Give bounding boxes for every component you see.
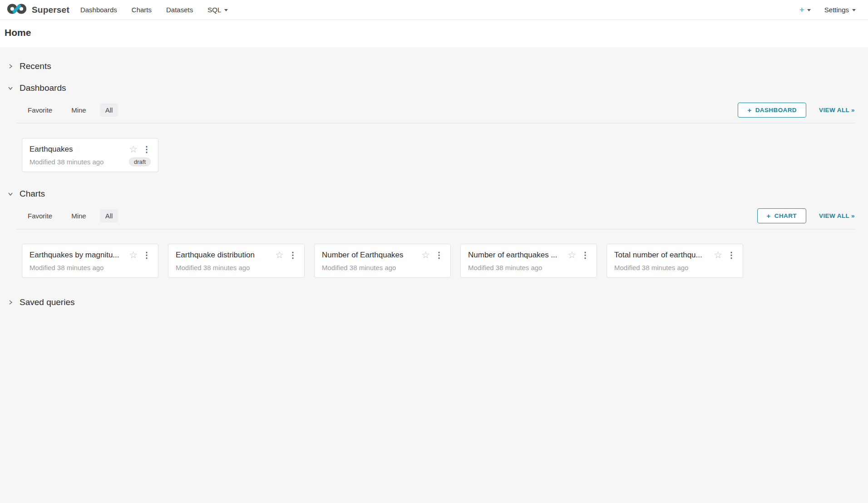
kebab-menu-icon[interactable]: ⋮ — [435, 251, 443, 259]
card-title[interactable]: Earthquake distribution — [176, 251, 271, 260]
nav-item-datasets[interactable]: Datasets — [159, 0, 200, 20]
nav-item-dashboards[interactable]: Dashboards — [73, 0, 124, 20]
card-title[interactable]: Earthquakes — [30, 145, 125, 154]
section-dashboards: Dashboards Favorite Mine All + DASHBOARD… — [7, 80, 855, 172]
star-icon[interactable]: ☆ — [567, 250, 576, 260]
chart-card[interactable]: Number of Earthquakes ☆ ⋮ Modified 38 mi… — [314, 244, 451, 278]
brand-name: Superset — [32, 5, 69, 15]
chart-card[interactable]: Total number of earthqu... ☆ ⋮ Modified … — [607, 244, 743, 278]
view-all-charts-link[interactable]: VIEW ALL » — [819, 212, 855, 219]
tab-favorite[interactable]: Favorite — [22, 209, 58, 222]
tab-mine[interactable]: Mine — [66, 209, 92, 222]
caret-down-icon — [224, 9, 228, 11]
dashboard-card[interactable]: Earthquakes ☆ ⋮ Modified 38 minutes ago … — [22, 138, 158, 172]
new-dashboard-button[interactable]: + DASHBOARD — [738, 103, 806, 118]
chevron-right-icon — [7, 63, 14, 69]
nav-item-label: SQL — [207, 6, 221, 14]
dashboards-actions: + DASHBOARD VIEW ALL » — [738, 103, 855, 118]
caret-down-icon — [807, 9, 811, 11]
kebab-menu-icon[interactable]: ⋮ — [727, 251, 735, 259]
nav-item-sql[interactable]: SQL — [200, 0, 235, 20]
section-title: Saved queries — [20, 297, 74, 307]
plus-icon: + — [767, 212, 771, 220]
kebab-menu-icon[interactable]: ⋮ — [143, 145, 151, 153]
chart-card[interactable]: Number of earthquakes ... ☆ ⋮ Modified 3… — [460, 244, 597, 278]
charts-toolbar: Favorite Mine All + CHART VIEW ALL » — [7, 208, 855, 223]
chevron-down-icon — [7, 191, 14, 197]
section-header-charts[interactable]: Charts — [7, 186, 855, 202]
card-modified: Modified 38 minutes ago — [176, 264, 297, 271]
page-title: Home — [5, 27, 861, 38]
charts-actions: + CHART VIEW ALL » — [757, 208, 855, 223]
star-icon[interactable]: ☆ — [129, 144, 138, 154]
section-header-recents[interactable]: Recents — [7, 58, 855, 74]
nav-item-label: Datasets — [166, 6, 193, 14]
dashboard-card-row: Earthquakes ☆ ⋮ Modified 38 minutes ago … — [22, 138, 855, 172]
tab-favorite[interactable]: Favorite — [22, 104, 58, 117]
top-navbar: Superset Dashboards Charts Datasets SQL … — [0, 0, 868, 20]
section-title: Charts — [20, 189, 45, 199]
kebab-menu-icon[interactable]: ⋮ — [143, 251, 151, 259]
chevron-right-icon — [7, 299, 14, 306]
star-icon[interactable]: ☆ — [129, 250, 138, 260]
nav-item-label: Charts — [132, 6, 152, 14]
dashboards-toolbar: Favorite Mine All + DASHBOARD VIEW ALL » — [7, 103, 855, 118]
superset-brand[interactable]: Superset — [6, 2, 69, 17]
settings-menu[interactable]: Settings — [824, 6, 856, 14]
tab-mine[interactable]: Mine — [66, 104, 92, 117]
nav-menu: Dashboards Charts Datasets SQL — [73, 0, 235, 20]
card-modified: Modified 38 minutes ago — [30, 264, 151, 271]
dashboards-tabs: Favorite Mine All — [22, 104, 118, 117]
card-modified: Modified 38 minutes ago — [322, 264, 443, 271]
plus-icon: + — [799, 5, 804, 15]
chart-card[interactable]: Earthquake distribution ☆ ⋮ Modified 38 … — [168, 244, 305, 278]
settings-label: Settings — [824, 6, 849, 14]
section-saved-queries: Saved queries — [7, 294, 855, 311]
card-title[interactable]: Total number of earthqu... — [614, 251, 710, 260]
kebab-menu-icon[interactable]: ⋮ — [289, 251, 297, 259]
new-chart-label: CHART — [774, 212, 797, 219]
card-modified: Modified 38 minutes ago — [30, 158, 129, 166]
status-badge: draft — [129, 158, 151, 166]
divider — [17, 229, 855, 229]
card-title[interactable]: Number of Earthquakes — [322, 251, 418, 260]
new-item-menu[interactable]: + — [799, 5, 811, 15]
superset-logo-icon — [6, 2, 27, 17]
chart-card-row: Earthquakes by magnitu... ☆ ⋮ Modified 3… — [22, 244, 855, 278]
new-dashboard-label: DASHBOARD — [755, 107, 797, 113]
caret-down-icon — [852, 9, 856, 11]
section-charts: Charts Favorite Mine All + CHART VIEW AL… — [7, 186, 855, 278]
charts-tabs: Favorite Mine All — [22, 209, 118, 222]
navbar-right: + Settings — [799, 5, 856, 15]
section-header-saved-queries[interactable]: Saved queries — [7, 294, 855, 311]
nav-item-label: Dashboards — [80, 6, 117, 14]
star-icon[interactable]: ☆ — [714, 250, 722, 260]
card-title[interactable]: Earthquakes by magnitu... — [30, 251, 125, 260]
nav-item-charts[interactable]: Charts — [124, 0, 159, 20]
chevron-down-icon — [7, 85, 14, 91]
chart-card[interactable]: Earthquakes by magnitu... ☆ ⋮ Modified 3… — [22, 244, 158, 278]
star-icon[interactable]: ☆ — [275, 250, 284, 260]
tab-all[interactable]: All — [100, 209, 118, 222]
section-title: Recents — [20, 61, 51, 71]
plus-icon: + — [747, 106, 751, 114]
star-icon[interactable]: ☆ — [421, 250, 430, 260]
page-header: Home — [0, 20, 868, 47]
card-title[interactable]: Number of earthquakes ... — [468, 251, 564, 260]
section-header-dashboards[interactable]: Dashboards — [7, 80, 855, 96]
divider — [17, 123, 855, 123]
kebab-menu-icon[interactable]: ⋮ — [581, 251, 589, 259]
home-content: Recents Dashboards Favorite Mine All + D… — [0, 47, 868, 329]
section-title: Dashboards — [20, 83, 66, 93]
card-modified: Modified 38 minutes ago — [614, 264, 735, 271]
tab-all[interactable]: All — [100, 104, 118, 117]
new-chart-button[interactable]: + CHART — [757, 208, 806, 223]
view-all-dashboards-link[interactable]: VIEW ALL » — [819, 107, 855, 113]
card-modified: Modified 38 minutes ago — [468, 264, 589, 271]
